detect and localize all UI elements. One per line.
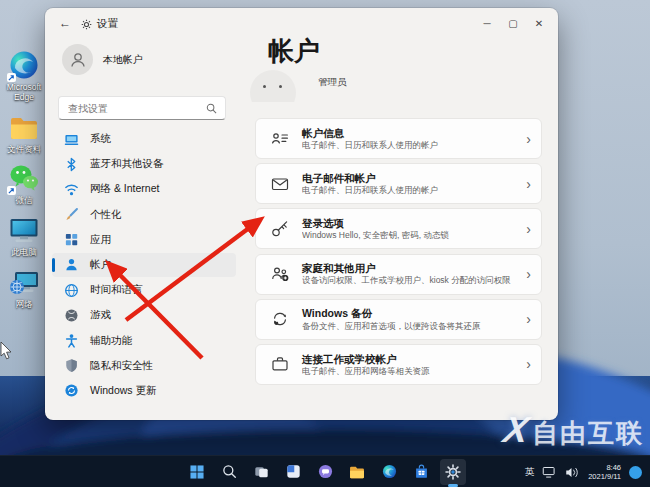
- card-signin-options[interactable]: 登录选项 Windows Hello, 安全密钥, 密码, 动态锁 ›: [255, 208, 542, 249]
- system-icon: [64, 132, 79, 147]
- admin-avatar: [250, 70, 302, 102]
- ime-indicator[interactable]: 英: [525, 466, 535, 479]
- desktop-icon-label: 网络: [16, 300, 33, 310]
- sidebar-item-gaming[interactable]: 游戏: [52, 303, 236, 327]
- sidebar-item-apps[interactable]: 应用: [52, 228, 236, 252]
- start-button[interactable]: [184, 459, 210, 485]
- file-explorer-button[interactable]: [344, 459, 370, 485]
- chevron-right-icon: ›: [520, 311, 531, 327]
- this-pc-icon: [9, 215, 39, 245]
- family-users-icon: [270, 264, 290, 284]
- sidebar-item-accessibility[interactable]: 辅助功能: [52, 329, 236, 353]
- desktop-icon-folder[interactable]: 文件资料: [0, 112, 48, 155]
- key-icon: [270, 219, 290, 239]
- desktop-icon-label: Microsoft Edge: [1, 83, 47, 103]
- system-tray: 英 8:46 2021/9/11: [525, 456, 642, 487]
- chevron-right-icon: ›: [520, 221, 531, 237]
- settings-taskbar-button[interactable]: [440, 459, 466, 485]
- volume-icon[interactable]: [565, 466, 580, 479]
- chevron-right-icon: ›: [520, 176, 531, 192]
- desktop-icon-column: Microsoft Edge 文件资料: [0, 50, 48, 319]
- folder-icon: [9, 112, 39, 142]
- wifi-icon: [64, 182, 79, 197]
- globe-clock-icon: [64, 283, 79, 298]
- edge-button[interactable]: [376, 459, 402, 485]
- briefcase-icon: [270, 354, 290, 374]
- backup-sync-icon: [270, 309, 290, 329]
- network-tray-icon[interactable]: [542, 466, 557, 479]
- minimize-button[interactable]: ─: [474, 12, 500, 34]
- settings-nav: 系统 蓝牙和其他设备 网络 & Internet: [52, 127, 236, 404]
- bluetooth-icon: [64, 157, 79, 172]
- update-icon: [64, 383, 79, 398]
- accessibility-icon: [64, 333, 79, 348]
- chevron-right-icon: ›: [520, 356, 531, 372]
- microsoft-store-button[interactable]: [408, 459, 434, 485]
- chevron-right-icon: ›: [520, 266, 531, 282]
- clock-date: 2021/9/11: [588, 472, 621, 481]
- user-avatar: [62, 44, 93, 75]
- card-work-school[interactable]: 连接工作或学校帐户 电子邮件、应用和网络等相关资源 ›: [255, 344, 542, 385]
- xbox-icon: [64, 308, 79, 323]
- shortcut-arrow-icon: [7, 186, 16, 195]
- widgets-button[interactable]: [280, 459, 306, 485]
- sidebar-user[interactable]: 本地帐户: [62, 44, 143, 75]
- sidebar-item-privacy[interactable]: 隐私和安全性: [52, 354, 236, 378]
- admin-label: 管理员: [318, 76, 347, 89]
- account-info-icon: [270, 129, 290, 149]
- card-email-accounts[interactable]: 电子邮件和帐户 电子邮件、日历和联系人使用的帐户 ›: [255, 163, 542, 204]
- sidebar-item-time-language[interactable]: 时间和语言: [52, 278, 236, 302]
- settings-gear-icon: [81, 19, 92, 30]
- maximize-button[interactable]: ▢: [500, 12, 526, 34]
- brush-icon: [64, 207, 79, 222]
- card-family-other-users[interactable]: 家庭和其他用户 设备访问权限、工作或学校用户、kiosk 分配的访问权限 ›: [255, 254, 542, 295]
- desktop-icon-label: 此电脑: [11, 248, 37, 258]
- email-icon: [270, 174, 290, 194]
- card-account-info[interactable]: 帐户信息 电子邮件、日历和联系人使用的帐户 ›: [255, 118, 542, 159]
- sidebar-item-personalization[interactable]: 个性化: [52, 203, 236, 227]
- sidebar-item-network[interactable]: 网络 & Internet: [52, 177, 236, 201]
- desktop-icon-label: 微信: [16, 196, 33, 206]
- page-title: 帐户: [268, 34, 320, 69]
- desktop-icon-wechat[interactable]: 微信: [0, 163, 48, 206]
- network-icon: [9, 267, 39, 297]
- desktop-icon-network[interactable]: 网络: [0, 267, 48, 310]
- desktop-icon-this-pc[interactable]: 此电脑: [0, 215, 48, 258]
- desktop: Microsoft Edge 文件资料: [0, 0, 650, 487]
- back-button[interactable]: ←: [59, 16, 71, 30]
- search-icon: [206, 103, 217, 114]
- card-windows-backup[interactable]: Windows 备份 备份文件、应用和首选项，以便跨设备将其还原 ›: [255, 299, 542, 340]
- search-icon: [221, 463, 238, 480]
- shield-icon: [64, 358, 79, 373]
- taskbar: 英 8:46 2021/9/11: [0, 455, 650, 487]
- taskbar-clock[interactable]: 8:46 2021/9/11: [588, 463, 621, 481]
- close-button[interactable]: ✕: [526, 12, 552, 34]
- accounts-icon: [64, 257, 79, 272]
- chat-button[interactable]: [312, 459, 338, 485]
- settings-search: [58, 96, 226, 120]
- settings-gear-icon: [444, 463, 462, 481]
- chat-icon: [317, 463, 334, 480]
- settings-card-list: 帐户信息 电子邮件、日历和联系人使用的帐户 › 电子邮件和帐户 电子邮件、日历和…: [255, 118, 542, 389]
- sidebar-item-accounts[interactable]: 帐户: [52, 253, 236, 277]
- apps-icon: [64, 232, 79, 247]
- task-view-icon: [253, 463, 270, 480]
- shortcut-arrow-icon: [7, 73, 16, 82]
- clock-time: 8:46: [588, 463, 621, 472]
- chevron-right-icon: ›: [520, 131, 531, 147]
- sidebar-item-bluetooth[interactable]: 蓝牙和其他设备: [52, 152, 236, 176]
- task-view-button[interactable]: [248, 459, 274, 485]
- desktop-icon-label: 文件资料: [7, 145, 41, 155]
- edge-icon: [381, 463, 398, 480]
- notification-badge[interactable]: [629, 466, 642, 479]
- sidebar-item-system[interactable]: 系统: [52, 127, 236, 151]
- search-input[interactable]: [59, 103, 206, 114]
- file-explorer-icon: [348, 463, 366, 481]
- user-name: 本地帐户: [103, 53, 143, 67]
- taskbar-search-button[interactable]: [216, 459, 242, 485]
- app-title: 设置: [81, 17, 118, 31]
- windows-logo-icon: [188, 463, 206, 481]
- widgets-icon: [285, 463, 302, 480]
- sidebar-item-windows-update[interactable]: Windows 更新: [52, 379, 236, 403]
- desktop-icon-edge[interactable]: Microsoft Edge: [0, 50, 48, 103]
